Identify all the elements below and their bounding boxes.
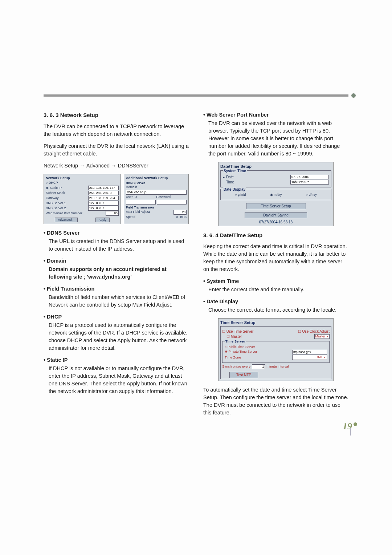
apply-button[interactable]: Apply: [95, 218, 110, 222]
maxfield-label: Max Field Adjust: [126, 210, 173, 214]
dlg-title: Time Server Setup: [220, 320, 331, 325]
staticip-field[interactable]: 210. 103. 199. 177: [88, 186, 119, 190]
date-label: Date: [226, 175, 290, 179]
date-field[interactable]: 07. 27. 2004: [290, 175, 329, 179]
wport-head: Web Server Port Number: [203, 111, 348, 119]
public-ts-radio[interactable]: Public Time Server: [225, 345, 255, 349]
para-363-2: Physically connect the DVR to the local …: [44, 142, 189, 158]
network-setup-dialog: Network Setup DHCP Static IP210. 103. 19…: [44, 174, 121, 224]
bc-b: Advanced: [86, 163, 110, 169]
para-364-2: To automatically set the date and time s…: [203, 386, 348, 417]
timezone-dropdown[interactable]: GMT: [292, 355, 327, 360]
daylight-saving-button[interactable]: Daylight Saving: [245, 212, 307, 218]
sync-unit: minute interval: [266, 364, 289, 369]
bc-a: Network Setup: [44, 163, 78, 169]
subnet-field[interactable]: 255. 255. 255. 0: [88, 191, 119, 195]
domain-head: Domain: [44, 257, 189, 265]
staticip-radio[interactable]: Static IP: [46, 186, 88, 190]
wport-label: Web Server Port Number: [46, 211, 106, 216]
dmy-radio[interactable]: d/m/y: [306, 193, 317, 197]
datetime-setup-dialog: Date/Time Setup System Time ▸Date07. 27.…: [218, 162, 334, 226]
datedisp-head: Date Display: [203, 298, 348, 305]
static-head: Static IP: [44, 356, 189, 364]
password-field[interactable]: [157, 200, 187, 204]
maxfield-field[interactable]: 20: [173, 210, 187, 215]
master-dropdown[interactable]: Master: [314, 334, 330, 339]
systime-head: System Time: [203, 278, 348, 285]
arrow-icon: →: [79, 163, 86, 169]
time-label: Time: [226, 180, 290, 185]
arrow-icon: →: [111, 163, 118, 169]
header-rule: [44, 94, 348, 97]
ft-head: Field Transmission: [44, 285, 189, 293]
subnet-label: Subnet Mask: [46, 191, 88, 195]
dns1-label: DNS Server 1: [46, 201, 88, 206]
bps-label: BPS: [180, 215, 187, 219]
master-check[interactable]: Master: [226, 334, 242, 339]
ft-section: Field Transmission: [126, 206, 187, 210]
dlg-title: Network Setup: [46, 176, 119, 180]
domain-label: Domain: [126, 185, 187, 190]
heading-364: 3. 6. 4 Date/Time Setup: [203, 231, 348, 239]
timezone-label: Time Zone: [225, 355, 292, 360]
use-timeserver-check[interactable]: Use Time Server: [222, 329, 253, 334]
wport-field[interactable]: 80: [106, 211, 119, 216]
left-column: 3. 6. 3 Network Setup The DVR can be con…: [44, 111, 189, 421]
password-label: Password: [156, 195, 187, 199]
wport-body: The DVR can be viewed over the network w…: [208, 119, 348, 158]
right-column: Web Server Port Number The DVR can be vi…: [203, 111, 348, 421]
speed-label: Speed: [126, 215, 176, 219]
dns1-field[interactable]: 127. 0. 0. 1: [88, 201, 119, 206]
time-field[interactable]: 16h 52m 57s: [290, 180, 329, 185]
system-time-legend: System Time: [223, 169, 247, 173]
dns2-field[interactable]: 127. 0. 0. 1: [88, 206, 119, 211]
domain-field[interactable]: DVR.cbc.co.jp: [126, 190, 187, 195]
test-ntp-button[interactable]: Test NTP: [229, 372, 258, 378]
timeserver-legend: Time Server: [225, 339, 246, 344]
timeserver-setup-dialog: Time Server Setup Use Time Server Use Cl…: [218, 318, 334, 381]
advanced-button[interactable]: Advanced...: [55, 218, 78, 222]
page-tail-decoration: [350, 428, 351, 436]
mdy-radio[interactable]: m/d/y: [270, 193, 282, 197]
ddns-body: The URL is created in the DDNS Server se…: [49, 238, 189, 253]
para-363-1: The DVR can be connected to a TCP/IP net…: [44, 123, 189, 138]
date-display-legend: Date Display: [223, 187, 246, 192]
datedisp-body: Choose the correct date format according…: [208, 306, 348, 314]
timeserver-setup-button[interactable]: Time Server Setup: [246, 203, 306, 209]
ddns-section: DDNS Server: [126, 181, 187, 185]
userid-label: User ID: [126, 195, 156, 199]
userid-field[interactable]: [126, 200, 156, 204]
gateway-label: Gateway: [46, 196, 88, 200]
systime-body: Enter the correct date and time manually…: [208, 286, 348, 293]
page-number: 19: [343, 421, 352, 432]
private-ts-radio[interactable]: Private Time Server: [225, 350, 292, 354]
gateway-field[interactable]: 210. 103. 199. 254: [88, 196, 119, 200]
speed-val: 0: [176, 215, 178, 219]
use-clockadjust-check[interactable]: Use Clock Adjust: [298, 329, 330, 334]
dlg-title: Date/Time Setup: [220, 164, 331, 169]
ddns-head: DDNS Server: [44, 229, 189, 237]
dns2-label: DNS Server 2: [46, 206, 88, 211]
static-body: If DHCP is not available or to manually …: [49, 365, 189, 395]
ft-body: Bandwidth of field number which services…: [49, 293, 189, 309]
dhcp-radio[interactable]: DHCP: [46, 181, 119, 185]
footer-timestamp: 07/27/2004-16:53:13: [220, 220, 331, 224]
ymd-radio[interactable]: y/m/d: [235, 193, 246, 197]
para-364-1: Keeping the correct date and time is cri…: [203, 243, 348, 273]
dlg-title: Additional Network Setup: [126, 176, 187, 180]
sync-label: Synchronize every: [222, 364, 250, 369]
sync-field[interactable]: 1: [252, 364, 265, 369]
heading-363: 3. 6. 3 Network Setup: [44, 111, 189, 119]
domain-body: Domain supports only an account register…: [49, 266, 189, 281]
private-ts-field[interactable]: ntp.nasa.gov: [292, 350, 327, 355]
bc-c: DDNSServer: [118, 163, 148, 169]
addl-network-dialog: Additional Network Setup DDNS Server Dom…: [124, 174, 189, 224]
dhcp-head: DHCP: [44, 313, 189, 321]
breadcrumb: Network Setup → Advanced → DDNSServer: [44, 162, 189, 170]
dhcp-body: DHCP is a protocol used to automatically…: [49, 321, 189, 352]
